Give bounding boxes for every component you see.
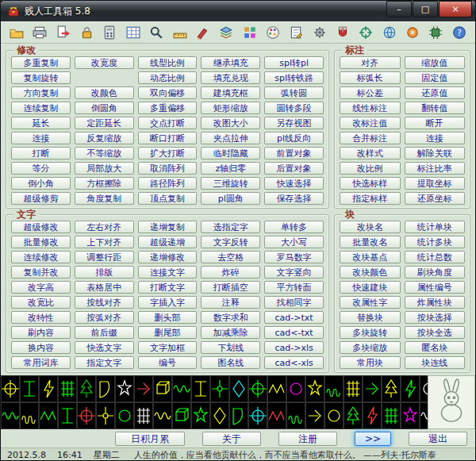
- magnet-icon[interactable]: [333, 23, 352, 42]
- tool-button[interactable]: 夹点拉伸: [201, 132, 260, 144]
- tool-button[interactable]: 还原坐标: [405, 192, 466, 205]
- tool-button[interactable]: 等分: [11, 162, 71, 175]
- cad-symbol-circle-icon[interactable]: [286, 375, 305, 402]
- cad-symbol-beam-icon[interactable]: [20, 375, 39, 402]
- tool-button[interactable]: 删头部: [138, 311, 198, 324]
- tool-button[interactable]: 方向复制: [11, 86, 71, 99]
- tool-button[interactable]: 超级递增: [138, 236, 198, 248]
- titlebar[interactable]: 贱人工具箱 5.8 – □ ×: [1, 1, 475, 21]
- cad-symbol-target-icon[interactable]: [77, 402, 96, 429]
- tool-button[interactable]: 匿名块: [405, 341, 466, 354]
- tool-button[interactable]: 编号: [138, 356, 198, 369]
- cad-symbol-spring-icon[interactable]: [20, 402, 39, 429]
- tool-button[interactable]: 改字高: [11, 281, 71, 294]
- exit-button[interactable]: 退出: [409, 432, 467, 446]
- tool-button[interactable]: 改块颜色: [340, 266, 401, 279]
- notepad-icon[interactable]: [286, 23, 305, 42]
- tool-button[interactable]: 炸碎: [201, 266, 260, 279]
- tool-button[interactable]: 改图大小: [201, 117, 260, 129]
- cad-symbol-wave-icon[interactable]: [1, 402, 20, 429]
- cad-symbol-target-icon[interactable]: [248, 375, 267, 402]
- tool-button[interactable]: 改样式: [340, 147, 401, 159]
- export-icon[interactable]: [54, 23, 73, 42]
- tool-button[interactable]: 属性编号: [405, 281, 466, 294]
- cad-symbol-circle-icon[interactable]: [324, 402, 344, 429]
- tool-button[interactable]: 改比例: [340, 162, 401, 175]
- tool-button[interactable]: 合并标注: [340, 132, 401, 144]
- cad-symbol-door-icon[interactable]: [96, 375, 115, 402]
- tool-button[interactable]: 块连线: [405, 356, 466, 369]
- tool-button[interactable]: 快选文字: [75, 341, 134, 354]
- tool-button[interactable]: 连接文字: [138, 266, 198, 279]
- tool-button[interactable]: 局部放大: [75, 162, 134, 175]
- tool-button[interactable]: 连接: [11, 132, 71, 144]
- cad-symbol-wave-icon[interactable]: [172, 375, 191, 402]
- cad-symbol-circle-icon[interactable]: [115, 402, 134, 429]
- tool-button[interactable]: 按线对齐: [75, 296, 134, 309]
- tool-button[interactable]: 交点打断: [138, 117, 198, 129]
- cad-symbol-bolt-icon[interactable]: [39, 375, 58, 402]
- maximize-button[interactable]: □: [413, 1, 438, 17]
- gear-icon[interactable]: [310, 23, 329, 42]
- tool-button[interactable]: cad->xls: [264, 341, 324, 354]
- tool-button[interactable]: 改宽比: [11, 296, 71, 309]
- tool-button[interactable]: 炸属性块: [405, 296, 466, 309]
- cad-symbol-zigzag-icon[interactable]: [267, 402, 286, 429]
- tool-button[interactable]: 左右对齐: [75, 221, 134, 233]
- tool-button[interactable]: 双向偏移: [138, 86, 198, 99]
- cad-symbol-grid-icon[interactable]: [382, 402, 401, 429]
- tool-button[interactable]: z轴归零: [201, 162, 260, 175]
- tool-button[interactable]: 固定值: [405, 71, 466, 84]
- tool-button[interactable]: 连接: [405, 132, 466, 144]
- tool-button[interactable]: 角度复制: [75, 192, 134, 205]
- tool-button[interactable]: 快速建块: [340, 281, 401, 294]
- cad-symbol-wave-icon[interactable]: [153, 402, 172, 429]
- tool-button[interactable]: 罗马数字: [264, 251, 324, 263]
- tool-button[interactable]: 排版: [75, 266, 134, 279]
- daily-button[interactable]: 日积月累: [115, 432, 185, 446]
- cad-symbol-box-icon[interactable]: [153, 375, 172, 402]
- tool-button[interactable]: 线型比例: [138, 56, 198, 69]
- cad-symbol-tree-icon[interactable]: [382, 375, 401, 402]
- tool-button[interactable]: 文字反转: [201, 236, 260, 248]
- tool-button[interactable]: 标公差: [340, 86, 401, 99]
- tool-button[interactable]: pl线反向: [264, 132, 324, 144]
- tool-button[interactable]: 多重偏移: [138, 102, 198, 114]
- tool-button[interactable]: 扩大打断: [138, 147, 198, 159]
- tool-button[interactable]: 按块选择: [405, 311, 466, 324]
- tool-button[interactable]: 不等缩放: [75, 147, 134, 159]
- cad-symbol-bolt-icon[interactable]: [363, 402, 382, 429]
- cad-symbol-star-icon[interactable]: [191, 402, 210, 429]
- ruler-icon[interactable]: [171, 23, 190, 42]
- tool-button[interactable]: 超级修剪: [11, 192, 71, 205]
- tool-button[interactable]: 路径阵列: [138, 177, 198, 190]
- tool-button[interactable]: 提取坐标: [405, 177, 466, 190]
- tool-button[interactable]: 顶点复制: [138, 192, 198, 205]
- tool-button[interactable]: 改块基点: [340, 251, 401, 263]
- tool-button[interactable]: 文字加框: [138, 341, 198, 354]
- tool-button[interactable]: 断开: [405, 117, 466, 129]
- tool-button[interactable]: 文字竖向: [264, 266, 324, 279]
- expand-button[interactable]: >>: [355, 432, 391, 446]
- tool-button[interactable]: 选指定字: [201, 221, 260, 233]
- tool-button[interactable]: 递增复制: [138, 221, 198, 233]
- tool-button[interactable]: 取消阵列: [138, 162, 198, 175]
- tool-button[interactable]: 指定文字: [75, 356, 134, 369]
- tool-button[interactable]: 延长: [11, 117, 71, 129]
- tool-button[interactable]: 倒小角: [11, 177, 71, 190]
- tool-button[interactable]: 按块全选: [405, 326, 466, 339]
- brush-icon[interactable]: [194, 23, 213, 42]
- open-folder-icon[interactable]: [7, 23, 26, 42]
- chip-icon[interactable]: [426, 23, 445, 42]
- cad-symbol-grid-icon[interactable]: [58, 375, 77, 402]
- tool-button[interactable]: 多块旋转: [340, 326, 401, 339]
- cad-symbol-tree-icon[interactable]: [344, 402, 363, 429]
- tool-button[interactable]: 表格居中: [75, 281, 134, 294]
- cad-symbol-tree-icon[interactable]: [77, 375, 96, 402]
- tool-button[interactable]: 前置对象: [264, 147, 324, 159]
- tool-button[interactable]: 后置对象: [264, 162, 324, 175]
- tool-button[interactable]: 标注比率: [405, 162, 466, 175]
- tool-button[interactable]: 刷内容: [11, 326, 71, 339]
- tool-button[interactable]: 打断文字: [138, 281, 198, 294]
- tool-button[interactable]: 改宽度: [75, 56, 134, 69]
